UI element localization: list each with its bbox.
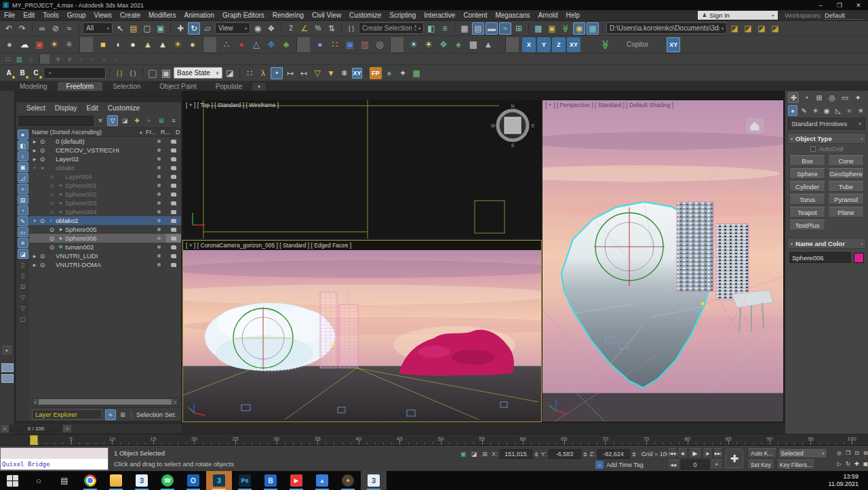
object-type-button[interactable]: Cylinder — [789, 181, 825, 192]
render-chevron-icon[interactable]: ≫ — [598, 38, 613, 52]
blue-sphere-icon[interactable]: ● — [313, 37, 327, 52]
toolbar-separator[interactable] — [281, 23, 281, 33]
visibility-eye-icon[interactable]: ≡ — [47, 191, 56, 198]
ghost-move-icon[interactable]: ✚ — [64, 54, 75, 64]
pyramid-icon[interactable]: △ — [250, 37, 263, 52]
object-type-button[interactable]: Cone — [828, 155, 864, 166]
menu-item[interactable]: Content — [459, 12, 491, 19]
frozen-cell[interactable] — [151, 190, 166, 199]
key-mode-toggle[interactable]: ◀ ▶ — [667, 460, 680, 470]
plane-primitive-icon[interactable]: ■ — [96, 37, 110, 52]
set-key-button[interactable]: Set Key — [747, 460, 774, 470]
scene-explorer-row[interactable]: ▼ ● oblako — [29, 163, 181, 172]
slate-material-editor-icon[interactable]: ▦ — [587, 22, 599, 35]
menu-item[interactable]: Rendering — [269, 12, 308, 19]
isolate-selection-icon[interactable]: ▣ — [458, 449, 468, 459]
render-cell[interactable] — [166, 155, 181, 163]
expand-panel-button[interactable]: ▸ — [3, 346, 12, 354]
toolbar-separator[interactable] — [239, 68, 240, 78]
scene-explorer-row[interactable]: ▶ ⊙ VNUTRI_LUDI — [29, 251, 181, 260]
frozen-cell[interactable] — [151, 225, 166, 234]
save-state-icon[interactable]: ◪ — [224, 67, 236, 79]
display-helpers-toggle[interactable]: ◿ — [18, 173, 28, 183]
y-spinner[interactable] — [583, 449, 588, 459]
menu-item[interactable]: Interactive — [420, 12, 459, 19]
hierarchy-view-icon[interactable]: ⊞ — [117, 409, 128, 420]
whatsapp-app[interactable]: ☎ — [155, 471, 180, 490]
add-time-tag[interactable]: ○ Add Time Tag — [595, 461, 644, 469]
forest-icon[interactable]: ♠ — [383, 67, 395, 79]
frozen-cell[interactable] — [151, 163, 166, 172]
frozen-cell[interactable] — [151, 199, 166, 207]
render-cell[interactable] — [166, 146, 181, 155]
schematic-view-icon[interactable]: ⊞ — [513, 22, 525, 35]
cone-down-icon[interactable]: ▽ — [311, 67, 323, 79]
viewport-top[interactable]: [ + ] [ Top ] [ Standard ] [ Wireframe ]… — [183, 100, 541, 239]
geometry-subtab[interactable]: ● — [788, 105, 797, 116]
zoom-extents-all-icon[interactable]: ⊞ — [862, 448, 868, 457]
render-cell[interactable] — [166, 199, 181, 207]
menu-item[interactable]: File — [0, 12, 19, 19]
toolbar-separator[interactable] — [39, 54, 50, 64]
display-xrefs-toggle[interactable]: ◔ — [18, 205, 28, 216]
scene-explorer-row[interactable]: ▶ ⊙ VNUTRI-DOMA — [29, 260, 181, 269]
app-b[interactable]: B — [258, 471, 283, 490]
fp-icon[interactable]: FP — [370, 67, 382, 79]
column-frozen[interactable]: Fr... — [146, 129, 161, 136]
constraint-y-button[interactable]: Y — [537, 37, 551, 52]
capsule-primitive-icon[interactable]: ● — [186, 37, 199, 52]
zoom-region-icon[interactable]: ❐ — [844, 448, 852, 457]
orbit-icon[interactable]: ↻ — [844, 459, 852, 468]
bracket-icon[interactable]: ( ) — [127, 67, 139, 79]
daylight-icon[interactable]: ☀ — [422, 37, 435, 52]
base-state-dropdown[interactable]: Base State∨ — [174, 67, 222, 79]
task-view-button[interactable]: ▤ — [52, 471, 77, 490]
photoshop-app[interactable]: Ps — [232, 471, 258, 490]
outlook-app[interactable]: O — [180, 471, 206, 490]
toolbar-separator[interactable] — [454, 23, 455, 33]
ghost-gizmo-icon[interactable]: ✚ — [53, 54, 63, 64]
toolbar-separator[interactable] — [32, 23, 33, 33]
scene-explorer-row[interactable]: ⊙ ● Sphere006 — [29, 234, 181, 243]
explorer-menu-item[interactable]: Select — [22, 104, 50, 112]
toolbar-separator[interactable] — [366, 68, 366, 78]
text-a-icon[interactable]: A — [3, 67, 15, 79]
render-cell[interactable] — [166, 251, 181, 260]
toolbar-separator[interactable] — [341, 23, 342, 33]
viewport-layout-tab[interactable] — [1, 363, 14, 372]
object-type-button[interactable]: Teapot — [789, 207, 825, 218]
tab-populate[interactable]: Populate — [207, 82, 251, 91]
ghost-dot-icon[interactable]: • — [87, 54, 98, 64]
select-and-manipulate-icon[interactable]: ❖ — [265, 22, 277, 35]
explorer-menu-item[interactable]: Customize — [103, 104, 144, 112]
object-name-field[interactable]: Sphere006 — [789, 252, 851, 263]
reference-coordinate-dropdown[interactable]: View▾ — [215, 22, 250, 34]
ghost-dot-icon[interactable]: • — [76, 54, 86, 64]
lock-explorer-icon[interactable]: ◪ — [119, 115, 130, 126]
undo-icon[interactable]: ↶ — [3, 22, 15, 35]
snowflake-icon[interactable]: ❉ — [264, 37, 278, 52]
frozen-cell[interactable] — [151, 243, 166, 251]
render-cell[interactable] — [166, 243, 181, 251]
explorer-h-scrollbar[interactable]: < > — [32, 398, 178, 406]
selection-lock-icon[interactable]: ◪ — [469, 449, 479, 459]
chrome-app[interactable] — [77, 471, 103, 490]
name-color-rollout-header[interactable]: ▾ Name and Color ▪ — [787, 238, 866, 249]
edit-named-selection-sets-icon[interactable]: { } — [345, 22, 357, 35]
constraint-x-button[interactable]: X — [522, 37, 536, 52]
viewport-top-label[interactable]: [ + ] [ Top ] [ Standard ] [ Wireframe ] — [186, 102, 279, 108]
select-and-scale-icon[interactable]: ▱ — [201, 22, 214, 35]
select-and-link-icon[interactable]: ∞ — [36, 22, 48, 35]
go-to-start-button[interactable]: |◀◀ — [667, 448, 677, 458]
select-and-rotate-icon[interactable]: ↻ — [188, 22, 200, 35]
object-type-button[interactable]: GeoSphere — [828, 168, 864, 179]
clear-search-icon[interactable]: ✕ — [95, 115, 106, 126]
align-icon[interactable]: ≡ — [439, 22, 451, 35]
selection-set-dropdown[interactable]: Selected ▾ — [778, 448, 827, 458]
toggle-scene-explorer-icon[interactable]: ▦ — [458, 22, 471, 35]
display-materials-toggle[interactable]: ✳ — [18, 238, 28, 248]
menu-item[interactable]: Edit — [19, 12, 39, 19]
cameras-subtab[interactable]: ◉ — [822, 105, 831, 116]
column-render[interactable]: R... — [161, 129, 176, 136]
frame-back-button[interactable]: < — [1, 425, 9, 432]
